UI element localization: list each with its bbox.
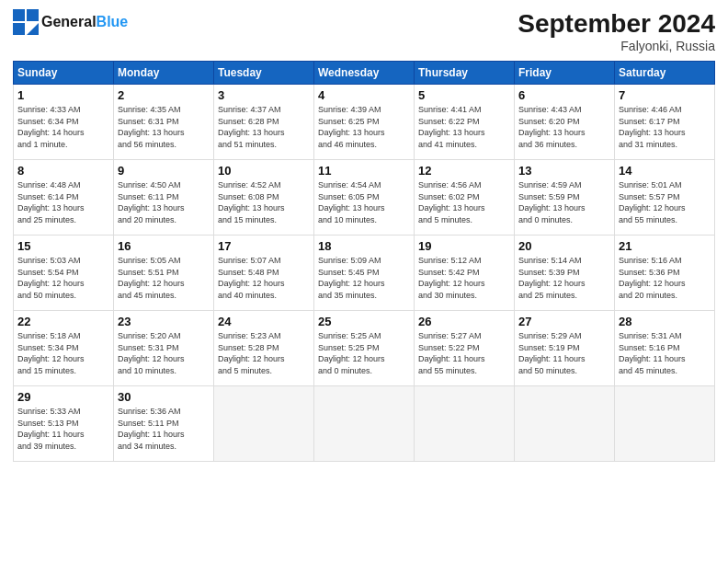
calendar-cell: 13Sunrise: 4:59 AMSunset: 5:59 PMDayligh… (515, 160, 615, 236)
calendar-cell: 24Sunrise: 5:23 AMSunset: 5:28 PMDayligh… (214, 311, 314, 386)
cell-info: Sunrise: 5:29 AMSunset: 5:19 PMDaylight:… (518, 330, 610, 376)
calendar-cell: 4Sunrise: 4:39 AMSunset: 6:25 PMDaylight… (314, 85, 415, 160)
calendar-cell: 8Sunrise: 4:48 AMSunset: 6:14 PMDaylight… (14, 160, 114, 236)
calendar-cell (314, 386, 415, 462)
cell-info: Sunrise: 4:54 AMSunset: 6:05 PMDaylight:… (318, 179, 410, 225)
svg-rect-1 (27, 9, 39, 21)
calendar-week-row: 29Sunrise: 5:33 AMSunset: 5:13 PMDayligh… (14, 386, 715, 462)
calendar-header-row: SundayMondayTuesdayWednesdayThursdayFrid… (14, 62, 715, 85)
calendar-cell: 27Sunrise: 5:29 AMSunset: 5:19 PMDayligh… (515, 311, 615, 386)
day-number: 3 (218, 88, 310, 102)
cell-info: Sunrise: 4:46 AMSunset: 6:17 PMDaylight:… (619, 104, 711, 150)
calendar-cell: 5Sunrise: 4:41 AMSunset: 6:22 PMDaylight… (415, 85, 515, 160)
cell-info: Sunrise: 4:39 AMSunset: 6:25 PMDaylight:… (318, 104, 410, 150)
calendar-cell: 2Sunrise: 4:35 AMSunset: 6:31 PMDaylight… (114, 85, 214, 160)
cell-info: Sunrise: 5:27 AMSunset: 5:22 PMDaylight:… (418, 330, 510, 376)
logo-line1: GeneralBlue (41, 14, 128, 30)
day-number: 22 (17, 315, 109, 328)
day-number: 24 (218, 315, 310, 328)
day-number: 17 (218, 239, 310, 253)
cell-info: Sunrise: 4:43 AMSunset: 6:20 PMDaylight:… (518, 104, 610, 150)
cell-info: Sunrise: 5:01 AMSunset: 5:57 PMDaylight:… (619, 179, 711, 225)
calendar-cell: 18Sunrise: 5:09 AMSunset: 5:45 PMDayligh… (314, 236, 415, 311)
calendar-cell: 19Sunrise: 5:12 AMSunset: 5:42 PMDayligh… (415, 236, 515, 311)
day-number: 11 (318, 164, 410, 178)
cell-info: Sunrise: 5:20 AMSunset: 5:31 PMDaylight:… (118, 330, 210, 376)
calendar-cell: 22Sunrise: 5:18 AMSunset: 5:34 PMDayligh… (14, 311, 114, 386)
calendar-header-monday: Monday (114, 62, 214, 85)
day-number: 28 (619, 315, 711, 328)
cell-info: Sunrise: 5:09 AMSunset: 5:45 PMDaylight:… (318, 255, 410, 301)
day-number: 1 (17, 88, 109, 102)
day-number: 26 (418, 315, 510, 328)
day-number: 23 (118, 315, 210, 328)
title-block: September 2024 Falyonki, Russia (518, 9, 715, 53)
day-number: 25 (318, 315, 410, 328)
calendar-header-tuesday: Tuesday (214, 62, 314, 85)
cell-info: Sunrise: 5:03 AMSunset: 5:54 PMDaylight:… (17, 255, 109, 301)
calendar-cell: 28Sunrise: 5:31 AMSunset: 5:16 PMDayligh… (615, 311, 715, 386)
cell-info: Sunrise: 5:05 AMSunset: 5:51 PMDaylight:… (118, 255, 210, 301)
calendar-cell (415, 386, 515, 462)
calendar-cell: 7Sunrise: 4:46 AMSunset: 6:17 PMDaylight… (615, 85, 715, 160)
cell-info: Sunrise: 4:33 AMSunset: 6:34 PMDaylight:… (17, 104, 109, 150)
svg-rect-0 (13, 9, 25, 21)
calendar-cell: 20Sunrise: 5:14 AMSunset: 5:39 PMDayligh… (515, 236, 615, 311)
calendar-cell (214, 386, 314, 462)
location: Falyonki, Russia (518, 39, 715, 53)
cell-info: Sunrise: 5:36 AMSunset: 5:11 PMDaylight:… (118, 406, 210, 452)
day-number: 5 (418, 88, 510, 102)
calendar-cell: 15Sunrise: 5:03 AMSunset: 5:54 PMDayligh… (14, 236, 114, 311)
calendar-week-row: 15Sunrise: 5:03 AMSunset: 5:54 PMDayligh… (14, 236, 715, 311)
cell-info: Sunrise: 5:33 AMSunset: 5:13 PMDaylight:… (17, 406, 109, 452)
calendar-cell: 29Sunrise: 5:33 AMSunset: 5:13 PMDayligh… (14, 386, 114, 462)
month-title: September 2024 (518, 9, 715, 39)
calendar-table: SundayMondayTuesdayWednesdayThursdayFrid… (13, 61, 715, 462)
page-container: GeneralBlue September 2024 Falyonki, Rus… (0, 0, 728, 471)
calendar-header-friday: Friday (515, 62, 615, 85)
calendar-cell (515, 386, 615, 462)
cell-info: Sunrise: 4:56 AMSunset: 6:02 PMDaylight:… (418, 179, 510, 225)
cell-info: Sunrise: 5:07 AMSunset: 5:48 PMDaylight:… (218, 255, 310, 301)
day-number: 30 (118, 390, 210, 404)
day-number: 18 (318, 239, 410, 253)
calendar-cell: 30Sunrise: 5:36 AMSunset: 5:11 PMDayligh… (114, 386, 214, 462)
day-number: 21 (619, 239, 711, 253)
cell-info: Sunrise: 5:23 AMSunset: 5:28 PMDaylight:… (218, 330, 310, 376)
calendar-cell: 6Sunrise: 4:43 AMSunset: 6:20 PMDaylight… (515, 85, 615, 160)
calendar-cell: 1Sunrise: 4:33 AMSunset: 6:34 PMDaylight… (14, 85, 114, 160)
cell-info: Sunrise: 4:48 AMSunset: 6:14 PMDaylight:… (17, 179, 109, 225)
day-number: 2 (118, 88, 210, 102)
calendar-cell (615, 386, 715, 462)
calendar-cell: 9Sunrise: 4:50 AMSunset: 6:11 PMDaylight… (114, 160, 214, 236)
day-number: 8 (17, 164, 109, 178)
day-number: 12 (418, 164, 510, 178)
day-number: 27 (518, 315, 610, 328)
calendar-cell: 16Sunrise: 5:05 AMSunset: 5:51 PMDayligh… (114, 236, 214, 311)
calendar-week-row: 22Sunrise: 5:18 AMSunset: 5:34 PMDayligh… (14, 311, 715, 386)
cell-info: Sunrise: 5:14 AMSunset: 5:39 PMDaylight:… (518, 255, 610, 301)
cell-info: Sunrise: 5:16 AMSunset: 5:36 PMDaylight:… (619, 255, 711, 301)
cell-info: Sunrise: 4:59 AMSunset: 5:59 PMDaylight:… (518, 179, 610, 225)
calendar-cell: 12Sunrise: 4:56 AMSunset: 6:02 PMDayligh… (415, 160, 515, 236)
day-number: 14 (619, 164, 711, 178)
cell-info: Sunrise: 5:12 AMSunset: 5:42 PMDaylight:… (418, 255, 510, 301)
cell-info: Sunrise: 4:35 AMSunset: 6:31 PMDaylight:… (118, 104, 210, 150)
calendar-header-thursday: Thursday (415, 62, 515, 85)
cell-info: Sunrise: 5:31 AMSunset: 5:16 PMDaylight:… (619, 330, 711, 376)
calendar-header-wednesday: Wednesday (314, 62, 415, 85)
day-number: 9 (118, 164, 210, 178)
calendar-cell: 25Sunrise: 5:25 AMSunset: 5:25 PMDayligh… (314, 311, 415, 386)
logo: GeneralBlue (13, 9, 128, 35)
calendar-cell: 26Sunrise: 5:27 AMSunset: 5:22 PMDayligh… (415, 311, 515, 386)
calendar-week-row: 8Sunrise: 4:48 AMSunset: 6:14 PMDaylight… (14, 160, 715, 236)
day-number: 16 (118, 239, 210, 253)
calendar-cell: 3Sunrise: 4:37 AMSunset: 6:28 PMDaylight… (214, 85, 314, 160)
day-number: 10 (218, 164, 310, 178)
calendar-cell: 14Sunrise: 5:01 AMSunset: 5:57 PMDayligh… (615, 160, 715, 236)
day-number: 7 (619, 88, 711, 102)
header: GeneralBlue September 2024 Falyonki, Rus… (13, 9, 715, 53)
cell-info: Sunrise: 5:18 AMSunset: 5:34 PMDaylight:… (17, 330, 109, 376)
day-number: 19 (418, 239, 510, 253)
cell-info: Sunrise: 4:41 AMSunset: 6:22 PMDaylight:… (418, 104, 510, 150)
